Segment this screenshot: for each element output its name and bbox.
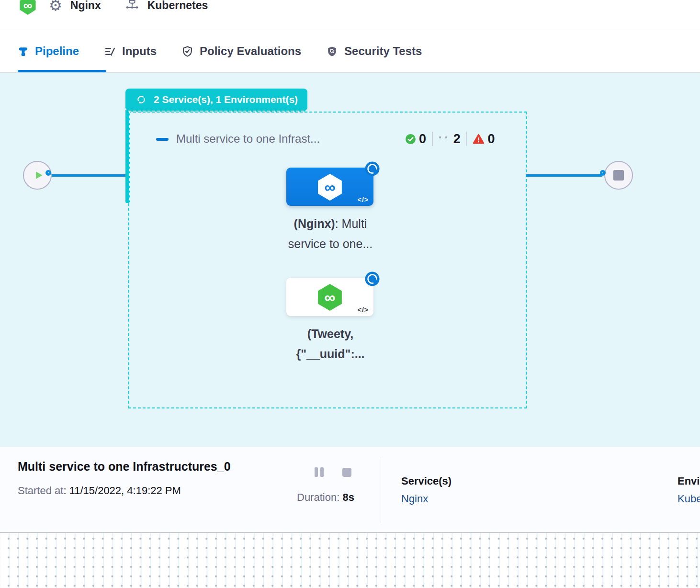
environment-link-kubernetes[interactable]: Kubernetes (677, 493, 700, 505)
pipeline-icon (18, 46, 29, 57)
pause-button[interactable] (315, 467, 324, 477)
service-link-nginx[interactable]: Nginx (401, 493, 452, 505)
success-count: 0 (419, 132, 426, 147)
play-icon (34, 170, 44, 181)
harness-stage-icon: ∞ (317, 284, 343, 311)
harness-logo-icon: ∞ (19, 0, 36, 15)
services-label: Service(s) (401, 475, 452, 487)
kubernetes-icon (125, 0, 139, 12)
divider (381, 457, 381, 523)
services-environments-badge[interactable]: 2 Service(s), 1 Environment(s) (125, 89, 307, 112)
collapse-stage-icon[interactable] (156, 138, 169, 141)
tab-label: Inputs (122, 45, 157, 58)
started-at: Started at: 11/15/2022, 4:19:22 PM (18, 485, 181, 497)
stop-icon (613, 170, 624, 181)
services-block: Service(s) Nginx (401, 475, 452, 505)
failed-warning-icon (473, 133, 485, 145)
shield-check-icon (181, 45, 193, 57)
duration: Duration: 8s (297, 491, 354, 504)
stage-group-left-bar (125, 110, 130, 203)
execution-summary-panel: Multi service to one Infrastructures_0 S… (0, 447, 700, 532)
inputs-icon (104, 45, 116, 57)
edge-connector-dot (600, 170, 606, 176)
pipeline-end-node (604, 161, 633, 190)
gear-icon: ⚙ (49, 0, 62, 13)
tab-bar: Pipeline Inputs Policy Evaluations Sec (0, 30, 700, 73)
tab-policy-evaluations[interactable]: Policy Evaluations (181, 45, 301, 58)
success-check-icon (405, 134, 416, 145)
edge-connector-dot (45, 170, 51, 176)
edge-line (526, 174, 602, 177)
shield-scan-icon (326, 45, 338, 57)
code-icon: </> (358, 306, 369, 314)
pipeline-name: Nginx (70, 0, 101, 12)
tab-label: Security Tests (344, 45, 422, 58)
stop-button[interactable] (342, 468, 351, 477)
environments-block: Environment(s) Kubernetes (677, 475, 700, 505)
active-tab-underline (18, 70, 106, 72)
badge-label: 2 Service(s), 1 Environment(s) (154, 94, 298, 105)
running-spinner-icon (365, 161, 380, 176)
harness-pipeline-execution-page: ∞ ⚙ Nginx Kubernetes Pipeline (0, 0, 700, 588)
running-spinner-icon (365, 271, 380, 286)
pipeline-canvas[interactable]: 2 Service(s), 1 Environment(s) Multi ser… (0, 73, 700, 447)
harness-stage-icon: ∞ (317, 174, 343, 201)
top-bar: ∞ ⚙ Nginx Kubernetes (0, 0, 700, 30)
stage-card-tweety[interactable]: ∞ </> (286, 278, 373, 316)
stage-label-nginx: (Nginx): Multi service to one... (259, 214, 402, 254)
running-count: 2 (453, 132, 461, 147)
execution-title: Multi service to one Infrastructures_0 (18, 460, 231, 474)
stage-card-nginx[interactable]: ∞ </> (286, 168, 373, 206)
environments-label: Environment(s) (677, 475, 700, 487)
tab-pipeline[interactable]: Pipeline (18, 45, 79, 58)
code-icon: </> (358, 196, 369, 204)
canvas-grid-background (0, 532, 700, 588)
breadcrumb: ∞ ⚙ Nginx Kubernetes (19, 0, 208, 17)
stage-label-tweety: (Tweety, {"__uuid":... (259, 324, 402, 364)
stage-group-box (128, 112, 527, 408)
edge-line (51, 174, 127, 177)
failed-count: 0 (487, 132, 495, 147)
stage-status-counts: 0 ·· 2 0 (405, 131, 495, 147)
environment-name: Kubernetes (147, 0, 208, 12)
tab-label: Pipeline (35, 45, 79, 58)
tab-inputs[interactable]: Inputs (104, 45, 157, 58)
tab-security-tests[interactable]: Security Tests (326, 45, 422, 58)
divider (466, 132, 467, 146)
stage-group-title: Multi service to one Infrast... (176, 132, 320, 146)
divider (432, 132, 433, 146)
tab-label: Policy Evaluations (200, 45, 301, 58)
loop-icon (135, 93, 147, 106)
